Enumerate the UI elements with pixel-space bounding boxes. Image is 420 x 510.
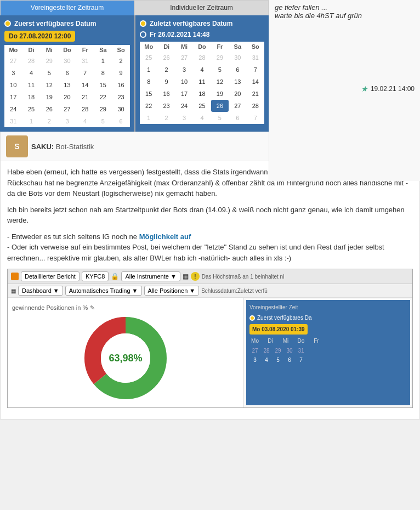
left-cal-day[interactable]: 29: [94, 103, 112, 115]
left-cal-day[interactable]: 30: [112, 103, 130, 115]
left-cal-day[interactable]: 2: [112, 55, 130, 67]
right-cal-day[interactable]: 6: [229, 64, 246, 76]
right-cal-day[interactable]: 26: [211, 100, 229, 112]
left-cal-day[interactable]: 14: [76, 79, 94, 91]
left-cal-day[interactable]: 6: [58, 67, 76, 79]
left-cal-day[interactable]: 5: [40, 67, 58, 79]
right-cal-day[interactable]: 22: [140, 100, 157, 112]
right-cal-day[interactable]: 31: [247, 52, 264, 64]
left-cal-day[interactable]: 27: [58, 103, 76, 115]
right-cal-day[interactable]: 16: [157, 88, 175, 100]
left-cal-day[interactable]: 1: [94, 55, 112, 67]
nested-date-badge[interactable]: Mo 03.08.2020 01:39: [249, 324, 308, 335]
left-cal-day[interactable]: 4: [22, 67, 41, 79]
moeglichkeit-link[interactable]: Möglichkeit auf: [139, 233, 191, 241]
right-cal-day[interactable]: 13: [229, 76, 246, 88]
left-cal-day[interactable]: 25: [22, 103, 41, 115]
left-cal-day[interactable]: 4: [76, 115, 94, 127]
left-cal-day[interactable]: 21: [76, 91, 94, 103]
left-cal-day[interactable]: 28: [76, 103, 94, 115]
left-cal-day[interactable]: 12: [40, 79, 58, 91]
right-cal-day[interactable]: 12: [211, 76, 229, 88]
right-cal-day[interactable]: 5: [211, 64, 229, 76]
right-cal-day[interactable]: 8: [140, 76, 157, 88]
right-cal-day[interactable]: 3: [175, 112, 193, 124]
right-cal-day[interactable]: 1: [140, 112, 157, 124]
right-cal-day[interactable]: 20: [229, 88, 246, 100]
right-cal-day[interactable]: 21: [247, 88, 264, 100]
left-cal-day[interactable]: 29: [40, 55, 58, 67]
edit-icon[interactable]: ✎: [90, 303, 95, 313]
right-cal-day[interactable]: 2: [157, 112, 175, 124]
left-cal-day[interactable]: 13: [58, 79, 76, 91]
right-cal-day[interactable]: 28: [193, 52, 211, 64]
left-cal-day[interactable]: 26: [40, 103, 58, 115]
right-cal-day[interactable]: 26: [157, 52, 175, 64]
right-cal-day[interactable]: 15: [140, 88, 157, 100]
left-cal-day[interactable]: 8: [94, 67, 112, 79]
left-cal-day[interactable]: 18: [22, 91, 41, 103]
left-cal-day[interactable]: 19: [40, 91, 58, 103]
kyfc8-btn[interactable]: KYFC8: [82, 271, 109, 281]
right-cal-day[interactable]: 27: [229, 100, 246, 112]
right-cal-day[interactable]: 6: [229, 112, 246, 124]
left-cal-day[interactable]: 31: [4, 115, 22, 127]
left-cal-day[interactable]: 3: [58, 115, 76, 127]
right-cal-day[interactable]: 1: [140, 64, 157, 76]
right-cal-day[interactable]: 25: [193, 100, 211, 112]
left-cal-day[interactable]: 22: [94, 91, 112, 103]
right-cal-day[interactable]: 3: [175, 64, 193, 76]
lock-icon: 🔒: [111, 271, 119, 281]
message-header-left: S SAKU: Bot-Statistik: [6, 135, 94, 157]
left-cal-day[interactable]: 5: [94, 115, 112, 127]
left-cal-day[interactable]: 10: [4, 79, 22, 91]
right-cal-day[interactable]: 28: [247, 100, 264, 112]
right-cal-day[interactable]: 17: [175, 88, 193, 100]
right-cal-day[interactable]: 27: [175, 52, 193, 64]
nested-content: gewinnende Positionen in % ✎: [8, 298, 412, 407]
left-cal-day[interactable]: 20: [58, 91, 76, 103]
all-positions-btn[interactable]: Alle Positionen ▼: [144, 286, 200, 296]
left-cal-day[interactable]: 1: [22, 115, 41, 127]
left-cal-day[interactable]: 9: [112, 67, 130, 79]
left-cal-day[interactable]: 27: [4, 55, 22, 67]
left-cal-day[interactable]: 15: [94, 79, 112, 91]
right-cal-day[interactable]: 2: [157, 64, 175, 76]
right-cal-day[interactable]: 11: [193, 76, 211, 88]
left-cal-day[interactable]: 17: [4, 91, 22, 103]
nested-cal-header: Mo Di Mi Do Fr: [249, 337, 407, 345]
detailed-report-btn[interactable]: Detaillierter Bericht: [21, 271, 80, 281]
right-cal-day[interactable]: 19: [211, 88, 229, 100]
right-cal-day[interactable]: 7: [247, 64, 264, 76]
right-cal-day[interactable]: 30: [229, 52, 246, 64]
right-cal-day[interactable]: 7: [247, 112, 264, 124]
right-cal-day[interactable]: 18: [193, 88, 211, 100]
all-instruments-btn[interactable]: Alle Instrumente ▼: [121, 271, 180, 281]
right-cal-day[interactable]: 5: [211, 112, 229, 124]
left-cal-day[interactable]: 7: [76, 67, 94, 79]
individual-tab[interactable]: Individueller Zeitraum: [134, 0, 269, 15]
right-cal-day[interactable]: 4: [193, 64, 211, 76]
left-cal-day[interactable]: 2: [40, 115, 58, 127]
dashboard-btn[interactable]: Dashboard ▼: [18, 286, 63, 296]
left-cal-day[interactable]: 24: [4, 103, 22, 115]
right-cal-day[interactable]: 23: [157, 100, 175, 112]
auto-trading-btn[interactable]: Automatisches Trading ▼: [65, 286, 142, 296]
right-cal-day[interactable]: 25: [140, 52, 157, 64]
left-cal-day[interactable]: 3: [4, 67, 22, 79]
left-cal-day[interactable]: 31: [76, 55, 94, 67]
right-cal-day[interactable]: 9: [157, 76, 175, 88]
left-cal-day[interactable]: 28: [22, 55, 41, 67]
right-cal-day[interactable]: 14: [247, 76, 264, 88]
left-date-badge[interactable]: Do 27.08.2020 12:00: [4, 31, 75, 42]
left-cal-day[interactable]: 11: [22, 79, 41, 91]
left-cal-day[interactable]: 6: [112, 115, 130, 127]
right-cal-day[interactable]: 4: [193, 112, 211, 124]
left-cal-day[interactable]: 23: [112, 91, 130, 103]
right-cal-day[interactable]: 29: [211, 52, 229, 64]
left-cal-day[interactable]: 30: [58, 55, 76, 67]
right-cal-day[interactable]: 10: [175, 76, 193, 88]
left-cal-day[interactable]: 16: [112, 79, 130, 91]
preset-tab[interactable]: Voreingestellter Zeitraum: [0, 0, 134, 15]
right-cal-day[interactable]: 24: [175, 100, 193, 112]
